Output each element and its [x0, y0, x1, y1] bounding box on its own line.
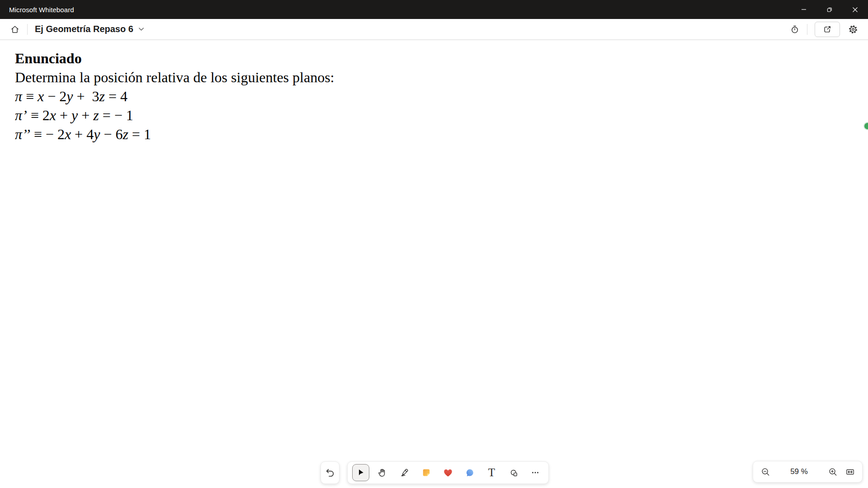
zoom-toolbar: 59 %	[753, 461, 863, 483]
zoom-out-button[interactable]	[757, 463, 774, 480]
home-icon	[10, 24, 20, 34]
minimize-button[interactable]	[791, 0, 816, 19]
equation-line-1: π ≡ x − 2y + 3z = 4	[15, 87, 334, 106]
home-button[interactable]	[6, 21, 24, 38]
zoom-level-label: 59 %	[774, 467, 824, 476]
board-title: Ej Geometría Repaso 6	[35, 24, 133, 34]
board-header: Ej Geometría Repaso 6	[0, 19, 868, 40]
fit-to-screen-button[interactable]	[841, 463, 859, 480]
close-icon	[852, 7, 858, 13]
undo-icon	[325, 467, 335, 478]
whiteboard-canvas[interactable]: Enunciado Determina la posición relativa…	[0, 40, 868, 488]
restore-icon	[826, 6, 833, 13]
microsoft-whiteboard-window: Microsoft Whiteboard	[0, 0, 868, 40]
comment-bubble-icon	[464, 467, 475, 478]
timer-icon	[790, 24, 800, 34]
equation-line-3: π’’ ≡ − 2x + 4y − 6z = 1	[15, 125, 334, 144]
undo-button[interactable]	[321, 464, 339, 481]
text-tool-button[interactable]: T	[483, 464, 500, 481]
zoom-out-icon	[760, 467, 771, 477]
undo-toolbar	[321, 461, 340, 484]
equation-line-2: π’ ≡ 2x + y + z = − 1	[15, 106, 334, 125]
zoom-in-icon	[828, 467, 838, 477]
zoom-in-button[interactable]	[824, 463, 841, 480]
exercise-prompt: Determina la posición relativa de los si…	[15, 68, 334, 87]
pan-hand-icon	[377, 467, 388, 478]
settings-button[interactable]	[844, 21, 862, 38]
gear-icon	[848, 24, 859, 35]
sticky-note-icon	[421, 467, 432, 478]
shapes-icon	[508, 467, 519, 478]
comment-tool-button[interactable]	[461, 464, 478, 481]
ellipsis-icon	[530, 467, 541, 478]
titlebar: Microsoft Whiteboard	[0, 0, 868, 19]
select-tool-button[interactable]	[352, 464, 369, 481]
main-toolbar: T	[347, 461, 549, 484]
app-title: Microsoft Whiteboard	[0, 6, 74, 14]
shapes-tool-button[interactable]	[505, 464, 522, 481]
text-tool-icon: T	[488, 466, 495, 479]
header-divider-left	[27, 24, 28, 35]
fit-to-screen-icon	[845, 467, 855, 477]
timer-button[interactable]	[786, 21, 803, 38]
header-divider-right	[807, 24, 807, 35]
sticky-note-tool-button[interactable]	[418, 464, 435, 481]
whiteboard-text-object[interactable]: Enunciado Determina la posición relativa…	[15, 49, 334, 144]
window-controls	[791, 0, 868, 19]
pan-tool-button[interactable]	[374, 464, 391, 481]
exercise-heading: Enunciado	[15, 49, 334, 68]
more-tools-button[interactable]	[527, 464, 544, 481]
reaction-tool-button[interactable]	[439, 464, 457, 481]
share-icon	[822, 24, 832, 34]
board-title-button[interactable]: Ej Geometría Repaso 6	[31, 22, 148, 36]
ink-pen-tool-button[interactable]	[396, 464, 413, 481]
ink-pen-icon	[399, 467, 410, 478]
restore-button[interactable]	[816, 0, 842, 19]
chevron-down-icon	[138, 26, 145, 33]
share-button[interactable]	[815, 22, 840, 37]
collaborator-presence-indicator[interactable]	[864, 123, 868, 129]
minimize-icon	[801, 7, 807, 12]
heart-icon	[443, 467, 453, 478]
select-arrow-icon	[355, 467, 366, 478]
close-button[interactable]	[842, 0, 868, 19]
